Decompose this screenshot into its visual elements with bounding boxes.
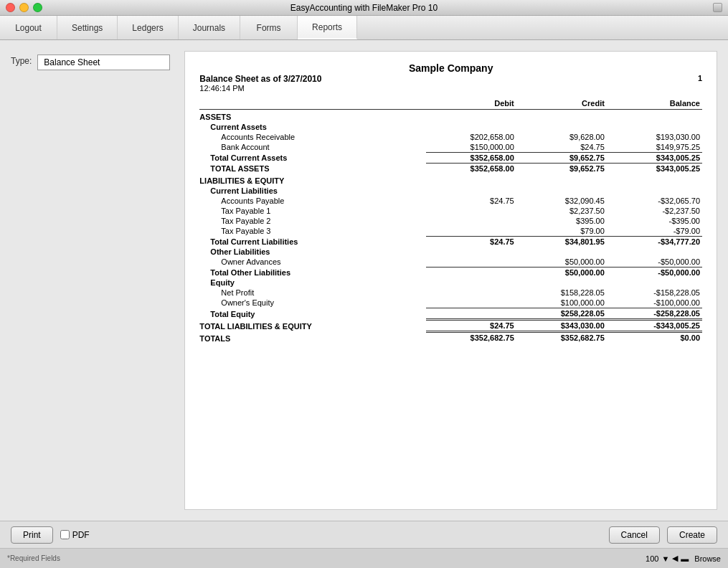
tab-journals[interactable]: Journals	[179, 16, 240, 39]
tab-logout[interactable]: Logout	[0, 16, 57, 39]
table-row: Total Current Assets $352,658.00 $9,652.…	[199, 153, 702, 164]
report-table: Debit Credit Balance ASSETSCurrent Asset…	[199, 98, 702, 344]
row-label: Tax Payable 1	[199, 206, 425, 216]
type-field[interactable]	[37, 55, 170, 70]
row-balance: -$79.00	[607, 226, 702, 237]
row-label: Bank Account	[199, 142, 425, 153]
report-title: Balance Sheet as of 3/27/2010	[199, 74, 321, 84]
bottom-bar: Print PDF Cancel Create	[0, 521, 728, 548]
close-button[interactable]	[6, 3, 15, 12]
total-debit	[426, 268, 516, 278]
total-balance: -$34,777.20	[607, 237, 702, 247]
browse-label: Browse	[694, 554, 721, 563]
main-content: Type: Sample Company Balance Sheet as of…	[0, 40, 728, 521]
row-debit	[426, 206, 516, 216]
table-row: Total Equity $258,228.05 -$258,228.05	[199, 308, 702, 320]
create-button[interactable]: Create	[667, 526, 717, 544]
company-name: Sample Company	[199, 62, 702, 74]
pdf-label: PDF	[72, 530, 90, 540]
total-double-label: TOTALS	[199, 332, 425, 344]
pdf-checkbox[interactable]	[60, 530, 70, 539]
table-row: ASSETS	[199, 110, 702, 123]
maximize-button[interactable]	[33, 3, 42, 12]
total-credit: $34,801.95	[516, 237, 607, 247]
table-row: Other Liabilities	[199, 247, 702, 257]
col-credit-header: Credit	[516, 98, 607, 110]
table-row: Bank Account $150,000.00 $24.75 $149,975…	[199, 142, 702, 153]
table-row: Tax Payable 1 $2,237.50 -$2,237.50	[199, 206, 702, 216]
table-row: LIABILITIES & EQUITY	[199, 174, 702, 186]
row-label: Owner Advances	[199, 257, 425, 268]
total-debit	[426, 308, 516, 320]
row-label: Net Profit	[199, 288, 425, 298]
pdf-check: PDF	[60, 530, 90, 540]
col-label-header	[199, 98, 425, 110]
row-balance: -$32,065.70	[607, 196, 702, 206]
tab-settings[interactable]: Settings	[57, 16, 118, 39]
table-row: Owner's Equity $100,000.00 -$100,000.00	[199, 298, 702, 308]
total-debit: $352,658.00	[426, 153, 516, 164]
tab-reports[interactable]: Reports	[298, 16, 357, 39]
total-double-debit: $24.75	[426, 320, 516, 332]
row-label: Tax Payable 3	[199, 226, 425, 237]
row-balance: -$2,237.50	[607, 206, 702, 216]
table-row: Equity	[199, 278, 702, 288]
total-credit: $258,228.05	[516, 308, 607, 320]
subsection-header: Current Assets	[199, 122, 702, 132]
table-row: Accounts Payable $24.75 $32,090.45 -$32,…	[199, 196, 702, 206]
total-credit: $9,652.75	[516, 164, 607, 174]
report-header: Sample Company Balance Sheet as of 3/27/…	[199, 62, 702, 93]
row-debit	[426, 216, 516, 226]
row-debit	[426, 226, 516, 237]
report-area: Sample Company Balance Sheet as of 3/27/…	[184, 51, 717, 510]
table-row: TOTAL LIABILITIES & EQUITY $24.75 $343,0…	[199, 320, 702, 332]
subsection-header: Current Liabilities	[199, 186, 702, 196]
table-row: Current Liabilities	[199, 186, 702, 196]
window-resize[interactable]	[713, 3, 722, 12]
total-credit: $9,652.75	[516, 153, 607, 164]
total-double-debit: $352,682.75	[426, 332, 516, 344]
table-row: TOTALS $352,682.75 $352,682.75 $0.00	[199, 332, 702, 344]
row-credit: $24.75	[516, 142, 607, 153]
row-balance: -$395.00	[607, 216, 702, 226]
traffic-lights	[6, 3, 42, 12]
nav-bar: Logout Settings Ledgers Journals Forms R…	[0, 16, 728, 40]
row-credit: $79.00	[516, 226, 607, 237]
table-row: Tax Payable 3 $79.00 -$79.00	[199, 226, 702, 237]
minimize-button[interactable]	[19, 3, 29, 12]
total-double-balance: -$343,005.25	[607, 320, 702, 332]
col-balance-header: Balance	[607, 98, 702, 110]
report-datetime: 12:46:14 PM	[199, 84, 321, 93]
row-credit: $32,090.45	[516, 196, 607, 206]
zoom-icon[interactable]: ▼	[661, 554, 669, 563]
row-balance: $149,975.25	[607, 142, 702, 153]
total-double-balance: $0.00	[607, 332, 702, 344]
cancel-button[interactable]: Cancel	[609, 526, 660, 544]
zoom-decrease-icon[interactable]: ◀	[672, 554, 678, 563]
total-debit: $352,658.00	[426, 164, 516, 174]
table-header: Debit Credit Balance	[199, 98, 702, 110]
table-row: Net Profit $158,228.05 -$158,228.05	[199, 288, 702, 298]
req-fields: *Required Fields	[7, 554, 60, 562]
tab-forms[interactable]: Forms	[240, 16, 298, 39]
zoom-bar-icon[interactable]: ▬	[681, 554, 689, 563]
row-label: Accounts Payable	[199, 196, 425, 206]
table-row: TOTAL ASSETS $352,658.00 $9,652.75 $343,…	[199, 164, 702, 174]
type-label: Type:	[11, 56, 32, 66]
row-debit: $150,000.00	[426, 142, 516, 153]
row-label: Tax Payable 2	[199, 216, 425, 226]
print-button[interactable]: Print	[11, 526, 53, 544]
total-debit: $24.75	[426, 237, 516, 247]
tab-ledgers[interactable]: Ledgers	[118, 16, 178, 39]
table-row: Current Assets	[199, 122, 702, 132]
row-balance: -$50,000.00	[607, 257, 702, 268]
zoom-area: 100 ▼ ◀ ▬	[646, 554, 689, 563]
section-header: ASSETS	[199, 110, 702, 123]
total-label: TOTAL ASSETS	[199, 164, 425, 174]
row-balance: -$100,000.00	[607, 298, 702, 308]
subsection-header: Other Liabilities	[199, 247, 702, 257]
total-double-credit: $352,682.75	[516, 332, 607, 344]
total-balance: $343,005.25	[607, 164, 702, 174]
row-label: Owner's Equity	[199, 298, 425, 308]
left-panel: Type:	[11, 51, 170, 510]
